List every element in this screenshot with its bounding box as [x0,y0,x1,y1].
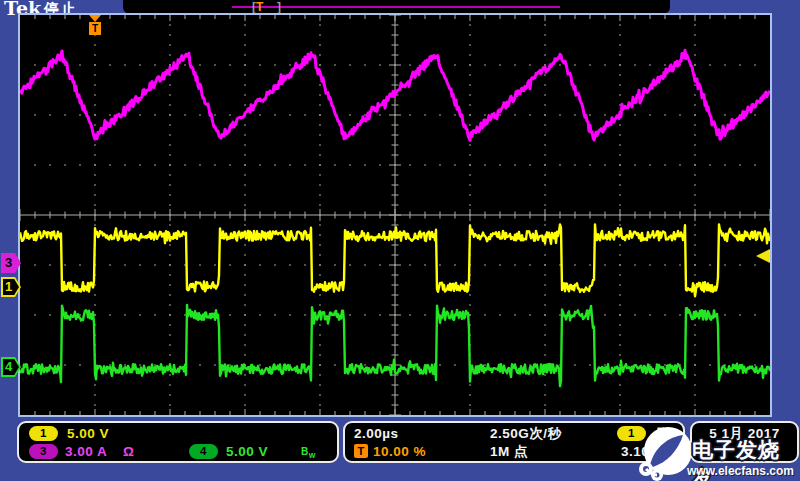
channel3-ref-marker[interactable]: 3 [1,253,21,273]
trigger-flag-arrow-icon [89,15,101,22]
channel3-badge[interactable]: 3 [29,444,58,459]
channel1-ref-marker[interactable]: 1 [1,277,21,297]
trigger-flag-letter: T [89,22,101,35]
record-preview-bar[interactable]: [ T ] [123,0,670,14]
trigger-position-icon: T [256,0,263,14]
channel4-ref-marker[interactable]: 4 [1,357,21,377]
trigger-position-flag[interactable]: T [88,15,102,37]
window-bracket-right-icon: ] [277,0,281,14]
marker-label: 1 [1,277,16,297]
channel3-impedance: Ω [123,442,134,461]
trigger-level-arrow-icon[interactable] [756,249,770,263]
marker-label: 3 [1,253,16,273]
waveform-traces [20,15,770,415]
channel1-badge[interactable]: 1 [29,426,58,441]
channel4-scale: 5.00 V [226,442,268,461]
graticule-display[interactable]: T [18,13,772,417]
bandwidth-limit-icon: BW [301,442,316,465]
horizontal-trigger-readout-panel[interactable]: 2.00µs 2.50G次/秒 1 T 10.00 % 1M 点 3.10 V [343,421,685,463]
channel4-badge[interactable]: 4 [189,444,218,459]
time-per-div: 2.00µs [354,424,399,443]
oscilloscope-screen: { "header": { "logo": "Tek", "acq_status… [0,0,800,481]
watermark-url: www.elecfans.com [687,464,794,478]
record-length: 1M 点 [490,442,528,461]
horizontal-position: 10.00 % [373,442,426,461]
channel1-scale: 5.00 V [67,424,109,443]
sample-rate: 2.50G次/秒 [490,424,562,443]
horizontal-position-badge: T [354,444,368,458]
marker-label: 4 [1,357,16,377]
vertical-readout-panel[interactable]: 1 5.00 V 3 3.00 A Ω 4 5.00 V BW [17,421,339,463]
record-preview-waveform [232,6,560,8]
channel3-scale: 3.00 A [65,442,107,461]
